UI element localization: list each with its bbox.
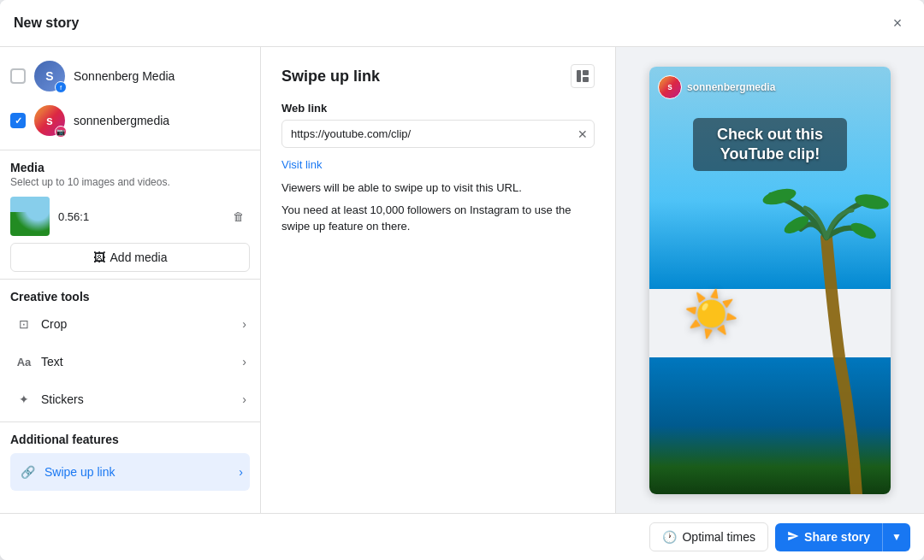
- svg-point-4: [854, 192, 890, 211]
- account-name-sonnenbergmedia: sonnenbergmedia: [74, 114, 169, 127]
- instagram-badge: 📷: [55, 126, 67, 138]
- tool-text[interactable]: Aa Text ›: [10, 343, 250, 380]
- stickers-icon: ✦: [14, 389, 34, 410]
- feature-swipe-up-link[interactable]: 🔗 Swipe up link ›: [10, 453, 250, 491]
- tool-stickers-label: Stickers: [41, 392, 235, 406]
- web-link-label: Web link: [281, 102, 595, 115]
- stickers-chevron-icon: ›: [242, 392, 246, 406]
- add-media-icon: 🖼: [93, 251, 105, 264]
- right-panel: s sonnenbergmedia Check out this YouTube…: [616, 47, 924, 513]
- media-section-title: Media: [10, 161, 250, 174]
- swipe-up-panel-title: Swipe up link: [281, 64, 595, 88]
- tool-text-label: Text: [41, 355, 235, 368]
- media-section-subtitle: Select up to 10 images and videos.: [10, 176, 250, 188]
- left-panel: S f Sonnenberg Media s 📷 sonnenbergmedia…: [0, 47, 261, 513]
- url-input-wrapper: ✕: [281, 120, 595, 148]
- checkbox-sonnenbergmedia[interactable]: [10, 113, 26, 128]
- modal-body: S f Sonnenberg Media s 📷 sonnenbergmedia…: [0, 47, 924, 513]
- middle-panel: Swipe up link Web link ✕ Visit link View…: [261, 47, 616, 513]
- modal-footer: 🕐 Optimal times Share story ▼: [0, 513, 924, 560]
- clear-url-button[interactable]: ✕: [578, 127, 588, 141]
- clock-icon: 🕐: [662, 530, 677, 544]
- account-list: S f Sonnenberg Media s 📷 sonnenbergmedia: [0, 47, 260, 150]
- text-chevron-icon: ›: [242, 355, 246, 368]
- add-media-button[interactable]: 🖼 Add media: [10, 243, 250, 272]
- story-username: sonnenbergmedia: [687, 81, 775, 93]
- palm-tree-image: [754, 169, 891, 494]
- media-ratio: 0.56:1: [58, 210, 217, 223]
- creative-tools-section: Creative tools ⊡ Crop › Aa Text › ✦ Stic…: [0, 280, 260, 422]
- share-story-button[interactable]: Share story: [775, 523, 882, 551]
- facebook-badge: f: [55, 81, 67, 93]
- modal-container: New story × S f Sonnenberg Media: [0, 0, 924, 560]
- account-name-sonnenberg-media: Sonnenberg Media: [74, 69, 175, 83]
- avatar-sonnenberg-media: S f: [34, 61, 65, 91]
- additional-features-title: Additional features: [10, 433, 250, 446]
- url-input[interactable]: [281, 120, 595, 148]
- swipe-up-chevron-icon: ›: [239, 465, 243, 479]
- optimal-times-label: Optimal times: [682, 530, 755, 544]
- svg-rect-1: [583, 70, 589, 75]
- chevron-down-icon: ▼: [891, 531, 902, 543]
- media-thumbnail: [10, 197, 50, 236]
- additional-features-section: Additional features 🔗 Swipe up link ›: [0, 422, 260, 494]
- share-story-dropdown-button[interactable]: ▼: [882, 523, 910, 551]
- account-item-sonnenbergmedia[interactable]: s 📷 sonnenbergmedia: [0, 98, 260, 143]
- tool-crop-label: Crop: [41, 317, 235, 331]
- tool-stickers[interactable]: ✦ Stickers ›: [10, 380, 250, 418]
- svg-rect-2: [583, 77, 589, 82]
- share-story-label: Share story: [804, 530, 870, 544]
- swipe-up-link-label: Swipe up link: [44, 465, 232, 479]
- modal-title: New story: [14, 15, 79, 31]
- sun-sticker: ☀️: [684, 288, 739, 340]
- close-button[interactable]: ×: [885, 10, 910, 36]
- svg-point-6: [849, 219, 879, 241]
- modal-header: New story ×: [0, 0, 924, 47]
- avatar-sonnenbergmedia: s 📷: [34, 105, 65, 136]
- link-icon: 🔗: [17, 462, 38, 482]
- checkbox-sonnenberg-media[interactable]: [10, 68, 26, 84]
- add-media-label: Add media: [110, 251, 168, 264]
- story-preview: s sonnenbergmedia Check out this YouTube…: [649, 67, 891, 494]
- visit-link[interactable]: Visit link: [281, 158, 322, 171]
- share-story-group: Share story ▼: [775, 523, 910, 551]
- media-item: 0.56:1 🗑: [10, 197, 250, 236]
- story-header: s sonnenbergmedia: [658, 75, 775, 99]
- info-text-2: You need at least 10,000 followers on In…: [281, 202, 595, 235]
- story-text-overlay: Check out this YouTube clip!: [693, 118, 847, 172]
- story-overlay-text: Check out this YouTube clip!: [717, 126, 823, 162]
- media-section: Media Select up to 10 images and videos.…: [0, 150, 260, 280]
- text-icon: Aa: [14, 351, 34, 372]
- account-item-sonnenberg-media[interactable]: S f Sonnenberg Media: [0, 54, 260, 98]
- svg-rect-0: [577, 70, 581, 82]
- creative-tools-title: Creative tools: [10, 290, 250, 304]
- crop-icon: ⊡: [14, 314, 34, 334]
- crop-chevron-icon: ›: [242, 317, 246, 331]
- story-avatar: s: [658, 75, 682, 99]
- optimal-times-button[interactable]: 🕐 Optimal times: [649, 522, 768, 551]
- preview-toggle-button[interactable]: [571, 64, 595, 88]
- delete-media-button[interactable]: 🗑: [226, 204, 250, 228]
- send-icon: [787, 530, 799, 545]
- tool-crop[interactable]: ⊡ Crop ›: [10, 305, 250, 343]
- info-text-1: Viewers will be able to swipe up to visi…: [281, 180, 595, 197]
